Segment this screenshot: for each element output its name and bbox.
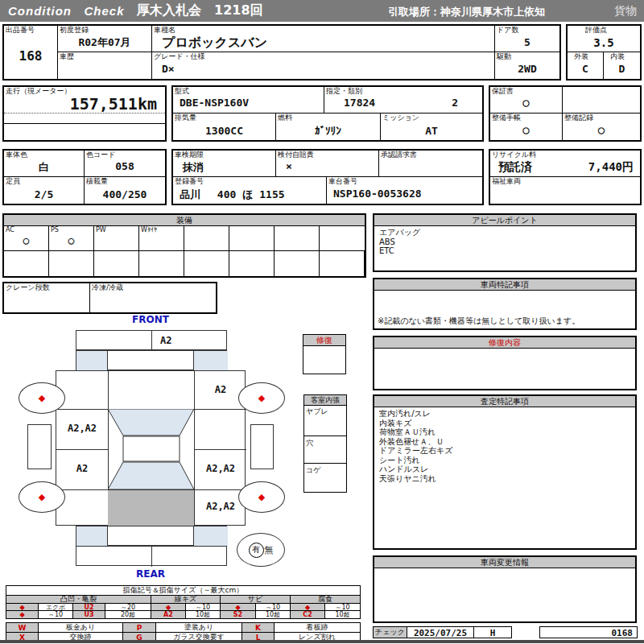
equipment-cell-empty	[320, 226, 365, 251]
equipment-label: Wﾀｲﾔ	[141, 227, 157, 234]
mission-label: ミッション	[382, 114, 419, 122]
hood-band-panel	[76, 350, 227, 370]
wheel-damage-diamond: ◆	[39, 394, 45, 402]
front-left-pillar-glass	[76, 351, 108, 371]
wheel-front-left: ◆	[19, 382, 65, 414]
assessment-notes-header: 査定特記事項	[374, 396, 635, 407]
history-cell: 車歴	[58, 52, 152, 79]
front-bumper-divider	[151, 331, 152, 351]
cargo-type: 貨物	[614, 4, 637, 19]
front-label-text: FRONT	[132, 314, 169, 325]
cabin-row-hole: 穴	[304, 437, 346, 464]
assessment-item: ドアミラー左右キズ	[374, 446, 635, 456]
drive-label: 駆動	[497, 53, 511, 61]
displacement-cell: 排気量 1300CC	[173, 114, 276, 140]
doors-cell: ドア数 5	[495, 26, 559, 52]
inspection-cell: 車検期限 抹消	[173, 151, 276, 177]
cabin-lining-box: 客室内張 ヤブレ 穴 コゲ	[303, 394, 347, 493]
mileage-divider-dotted	[4, 113, 165, 114]
front-bumper-damage-mark: A2	[160, 335, 171, 346]
right-row-divider	[194, 449, 246, 450]
rear-bumper-divider	[151, 547, 152, 567]
engine-table: 型式 DBE-NSP160V 指定・類別 17824 2 排気量 1300CC …	[171, 85, 484, 142]
class-label: 指定・類別	[326, 88, 362, 96]
insurance-label: 検付自賠責	[278, 151, 314, 159]
assessment-item: ハンドルスレ	[374, 464, 635, 474]
presence-yes-circled: 有	[249, 543, 264, 558]
recycle-fee: 7,440円	[490, 160, 634, 175]
fuel: ｶﾞｿﾘﾝ	[276, 125, 380, 137]
basic-info-table: 出品番号 168 初度登録 R02年07月 車種名 プロボックスバン 車歴 グレ…	[2, 24, 561, 80]
interior-grade-label: 内装	[610, 53, 625, 61]
check-date: 2025/07/25	[407, 628, 473, 638]
assessment-notes-box: 査定特記事項 室内汚れ/スレ 内装キズ 荷物室ＡＵ汚れ 外装色褪せＡ、Ｕ ドアミ…	[373, 394, 637, 550]
legend-size: 10超	[324, 610, 361, 619]
equipment-label: PS	[51, 227, 59, 234]
logo-word-2: Check	[85, 4, 125, 18]
load: 400/250	[85, 188, 165, 200]
color-code: 058	[85, 160, 165, 172]
model-name-cell: 車種名 プロボックスバン	[152, 26, 495, 52]
right-quarter-damage-mark: A2,A2	[195, 501, 246, 512]
equipment-mark: ○	[49, 234, 93, 246]
rear-band-panel	[76, 526, 227, 546]
chassis-number: NSP160-0053628	[333, 188, 482, 200]
condition-check-sheet: Condition Check 厚木入札会 1218回 引取場所：神奈川県厚木市…	[0, 0, 644, 644]
first-registration-label: 初度登録	[60, 27, 89, 35]
pickup-location: 引取場所：神奈川県厚木市上依知	[388, 5, 545, 19]
cabin-row-burn: コゲ	[304, 464, 346, 492]
left-row-divider	[56, 489, 108, 490]
right-row-divider	[194, 409, 246, 410]
assessment-item: 室内汚れ/スレ	[374, 407, 635, 419]
rear-label: REAR	[126, 568, 175, 580]
maintenance-record-mark: ○	[563, 123, 640, 136]
welfare-label: 福祉車両	[492, 178, 521, 186]
displacement: 1300CC	[173, 125, 275, 137]
registration-number-cell: 登録番号 品川 400 ほ 1155	[173, 177, 327, 204]
roof-glass-shapes	[108, 409, 195, 489]
grade-label: グレード・仕様	[154, 53, 205, 61]
lot-number-cell: 出品番号 168	[4, 26, 58, 79]
check-inspector-cell: H	[473, 626, 512, 638]
left-row-divider	[56, 409, 108, 410]
wheel-damage-diamond: ◆	[258, 493, 265, 502]
repair-mini-header: 修復	[303, 335, 345, 346]
legend-size: 20超	[105, 610, 151, 619]
first-registration-cell: 初度登録 R02年07月	[58, 26, 152, 52]
windshield-shape	[108, 409, 194, 436]
sheet-number-cell: 0168	[539, 626, 638, 638]
rear-right-pillar-glass	[193, 526, 228, 547]
rear-label-text: REAR	[136, 568, 165, 580]
mileage-box: 走行（現メーター） 157,511km	[2, 85, 167, 142]
registration-table: 車検期限 抹消 検付自賠責 × 承認請求書 登録番号 品川 400 ほ 1155…	[171, 149, 484, 205]
assessment-item: 内装キズ	[374, 419, 635, 428]
equipment-table: 装備 AC ○ PS ○ PW Wﾀｲﾔ	[2, 213, 366, 278]
rear-bumper-panel	[76, 546, 227, 566]
bottom-rule	[0, 640, 644, 643]
front-right-pillar-glass	[193, 351, 228, 371]
insurance-mark: ×	[286, 160, 378, 172]
inspection-label: 車検期限	[175, 151, 204, 159]
legend-size: ～10	[38, 610, 73, 619]
repair-detail-box: 修復内容	[373, 336, 637, 390]
repair-detail-header: 修復内容	[374, 337, 635, 349]
recycle-label: リサイクル料	[492, 151, 536, 159]
lot-number: 168	[4, 48, 57, 64]
color-code-label: 色コード	[86, 151, 115, 159]
fuel-cell: 燃料 ｶﾞｿﾘﾝ	[276, 114, 381, 140]
sheet-number: 0168	[540, 628, 633, 638]
equipment-cell-empty	[184, 226, 229, 251]
recycle-welfare-table: リサイクル料 預託済 7,440円 福祉車両	[489, 149, 642, 205]
score-box: 評価点 3.5 外装 C 内装 D	[566, 24, 642, 80]
equipment-label: PW	[96, 227, 106, 234]
presence-ellipse: 有 無	[237, 533, 285, 567]
approval-cell: 承認請求書	[379, 151, 482, 177]
warranty-cell: 保証書 ○	[490, 87, 563, 114]
left-rear-damage-mark: A2	[56, 463, 108, 474]
history-label: 車歴	[60, 53, 74, 61]
front-bumper-panel: A2	[76, 330, 227, 350]
exterior-grade-cell: 外装 C	[568, 52, 604, 79]
roof-shape	[123, 436, 180, 461]
wheel-rear-left: ◆	[19, 481, 65, 513]
approval-label: 承認請求書	[381, 151, 417, 159]
